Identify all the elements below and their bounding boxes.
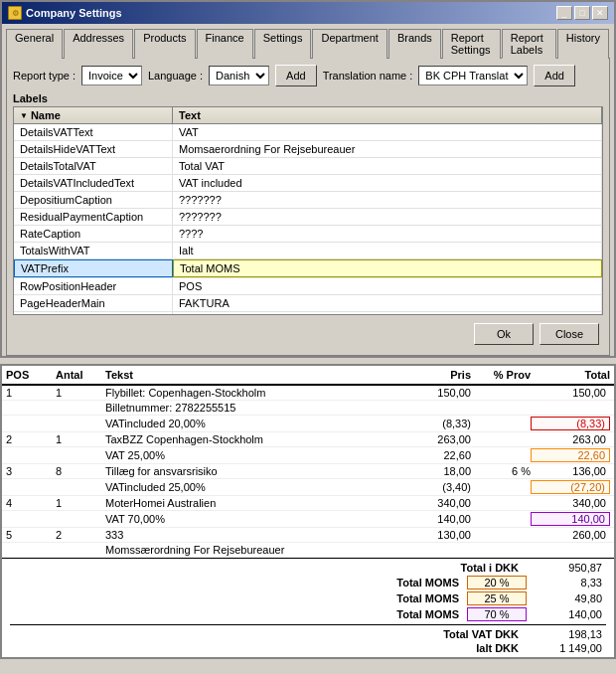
tab-general[interactable]: General — [6, 29, 63, 59]
summary-moms-25: Total MOMS 25 % 49,80 — [6, 590, 610, 606]
add-button-2[interactable]: Add — [534, 65, 575, 86]
table-cell-name: DepositiumCaption — [14, 192, 173, 208]
cell-pos: 5 — [6, 529, 56, 541]
bottom-buttons: Ok Close — [13, 315, 603, 349]
summary-value-moms-70: 140,00 — [527, 608, 606, 620]
cell-tekst: Billetnummer: 2782255515 — [105, 402, 401, 414]
translation-select[interactable]: BK CPH Translatl — [418, 66, 528, 85]
table-cell-text: ??????? — [173, 209, 602, 225]
col-tekst: Tekst — [105, 369, 401, 381]
table-cell-name: RateCaption — [14, 226, 173, 242]
cell-pris: 340,00 — [401, 497, 471, 509]
table-row[interactable]: ResidualPaymentCaption ??????? — [14, 209, 602, 226]
cell-pris: 150,00 — [401, 387, 471, 399]
invoice-row: VATincluded 25,00% (3,40) (27,20) — [2, 479, 614, 496]
controls-row: Report type : Invoice Language : Danish … — [13, 65, 603, 86]
summary-value-moms-20: 8,33 — [527, 577, 606, 589]
table-cell-name: PageHeaderMain — [14, 295, 173, 311]
summary-value-total-vat: 198,13 — [527, 628, 606, 640]
table-row[interactable]: DetailsVATIncludedText VAT included — [14, 175, 602, 192]
close-button-main[interactable]: Close — [539, 323, 599, 345]
tab-products[interactable]: Products — [134, 29, 195, 59]
cell-antal: 8 — [56, 465, 105, 477]
table-row[interactable]: VATPrefix Total MOMS — [14, 259, 602, 278]
table-row[interactable]: DetailsHideVATText Momsaerordning For Re… — [14, 141, 602, 158]
col-total: Total — [531, 369, 610, 381]
table-cell-name: DetailsVATIncludedText — [14, 175, 173, 191]
invoice-body: 1 1 Flybillet: Copenhagen-Stockholm 150,… — [2, 386, 614, 558]
tab-settings[interactable]: Settings — [254, 29, 312, 59]
report-type-label: Report type : — [13, 70, 76, 82]
cell-prov: 6 % — [471, 465, 531, 477]
table-cell-text: Momsaerordning For Rejsebureauer — [173, 141, 602, 157]
cell-total: 260,00 — [531, 529, 610, 541]
summary-value-moms-25: 49,80 — [527, 592, 606, 604]
table-cell-text: FAKTURA — [173, 295, 602, 311]
cell-tekst: VAT 70,00% — [105, 513, 401, 525]
invoice-row: 2 1 TaxBZZ Copenhagen-Stockholm 263,00 2… — [2, 432, 614, 447]
col-text-header: Text — [173, 107, 602, 123]
table-row[interactable]: RowPositionHeader POS — [14, 278, 602, 295]
cell-total: (27,20) — [531, 480, 610, 494]
cell-tekst: VATincluded 20,00% — [105, 418, 401, 429]
table-row[interactable]: PageHeaderMain FAKTURA — [14, 295, 602, 312]
table-cell-text: POS — [173, 278, 602, 294]
tab-finance[interactable]: Finance — [197, 29, 253, 59]
labels-header: Labels — [13, 92, 603, 104]
title-bar-left: ⚙ Company Settings — [8, 6, 122, 20]
cell-tekst: VATincluded 25,00% — [105, 481, 401, 493]
tab-addresses[interactable]: Addresses — [64, 29, 133, 59]
labels-table: ▼ Name Text DetailsVATText VAT DetailsHi… — [13, 106, 603, 315]
table-cell-name: DetailsVATText — [14, 124, 173, 140]
table-row[interactable]: PageHeaderCustomerID Kunde ID: — [14, 312, 602, 315]
table-row[interactable]: DepositiumCaption ??????? — [14, 192, 602, 209]
invoice-panel: POS Antal Tekst Pris % Prov Total 1 1 Fl… — [0, 364, 616, 659]
invoice-row: Momssærordning For Rejsebureauer — [2, 543, 614, 558]
summary-pct-70: 70 % — [467, 607, 527, 621]
col-prov: % Prov — [471, 369, 531, 381]
close-button[interactable]: ✕ — [592, 6, 608, 20]
cell-total: 136,00 — [531, 465, 610, 477]
table-cell-name: TotalsWithVAT — [14, 243, 173, 258]
invoice-row: VATincluded 20,00% (8,33) (8,33) — [2, 416, 614, 432]
table-row[interactable]: DetailsTotalVAT Total VAT — [14, 158, 602, 175]
summary-pct-25: 25 % — [467, 591, 527, 605]
cell-pris: 263,00 — [401, 433, 471, 445]
language-select[interactable]: Danish — [209, 66, 269, 85]
cell-tekst: 333 — [105, 529, 401, 541]
invoice-row: 4 1 MoterHomei Australien 340,00 340,00 — [2, 496, 614, 511]
window-icon: ⚙ — [8, 6, 22, 20]
summary-value-total-dkk: 950,87 — [527, 562, 606, 574]
summary-label-total-vat: Total VAT DKK — [348, 628, 527, 640]
table-header: ▼ Name Text — [14, 107, 602, 124]
table-cell-name: VATPrefix — [14, 259, 173, 277]
cell-pos: 2 — [6, 433, 56, 445]
cell-tekst: Flybillet: Copenhagen-Stockholm — [105, 387, 401, 399]
sort-arrow-icon: ▼ — [20, 111, 28, 120]
add-button-1[interactable]: Add — [275, 65, 317, 86]
report-type-select[interactable]: Invoice — [81, 66, 142, 85]
maximize-button[interactable]: □ — [574, 6, 590, 20]
tab-history[interactable]: History — [557, 29, 609, 59]
ok-button[interactable]: Ok — [474, 323, 534, 345]
table-row[interactable]: DetailsVATText VAT — [14, 124, 602, 141]
tab-report-labels[interactable]: Report Labels — [502, 29, 556, 59]
cell-pos: 1 — [6, 387, 56, 399]
cell-total: (8,33) — [531, 417, 610, 430]
tab-report-settings[interactable]: Report Settings — [442, 29, 501, 59]
invoice-row: VAT 70,00% 140,00 140,00 — [2, 511, 614, 528]
table-cell-text: VAT included — [173, 175, 602, 191]
cell-total: 340,00 — [531, 497, 610, 509]
tab-brands[interactable]: Brands — [388, 29, 441, 59]
table-row[interactable]: RateCaption ???? — [14, 226, 602, 243]
window-title: Company Settings — [26, 7, 122, 19]
table-cell-text: ???? — [173, 226, 602, 242]
table-row[interactable]: TotalsWithVAT Ialt — [14, 243, 602, 259]
tab-department[interactable]: Department — [312, 29, 386, 59]
summary-ialt: Ialt DKK 1 149,00 — [6, 641, 610, 655]
minimize-button[interactable]: _ — [556, 6, 572, 20]
table-cell-name: PageHeaderCustomerID — [14, 312, 173, 315]
cell-antal: 1 — [56, 433, 105, 445]
summary-label-total-dkk: Total i DKK — [348, 562, 527, 574]
cell-pris: 18,00 — [401, 465, 471, 477]
